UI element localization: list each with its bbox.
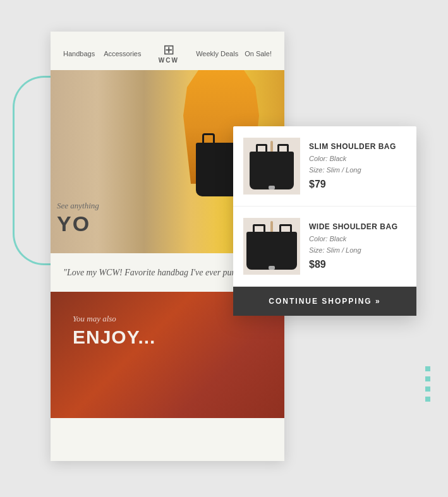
clasp (269, 186, 275, 189)
product-name-1: SLIM SHOULDER BAG (309, 142, 406, 151)
dots-decoration (425, 366, 430, 402)
logo-text: WCW (159, 57, 179, 64)
product-price-1: $79 (309, 179, 406, 190)
product-size-2: Size: Slim / Long (309, 245, 406, 256)
nav-handbags[interactable]: Handbags (63, 50, 95, 57)
nav-weekly-deals[interactable]: Weekly Deals (196, 50, 238, 57)
see-anything-text: See anything (57, 201, 99, 211)
dot-2 (425, 376, 430, 381)
nav-on-sale[interactable]: On Sale! (245, 50, 272, 57)
product-image-2 (243, 218, 300, 275)
nav-left: Handbags Accessories (63, 50, 141, 57)
nav-accessories[interactable]: Accessories (104, 50, 141, 57)
strap-right (277, 144, 289, 153)
basket-icon: ⊞ (163, 43, 174, 57)
bag-handle-hero (202, 133, 215, 145)
strap-right-2 (279, 224, 292, 233)
product-color-2: Color: Black (309, 234, 406, 245)
product-image-1 (243, 138, 300, 195)
product-color-1: Color: Black (309, 153, 406, 165)
dot-1 (425, 366, 430, 371)
product-size-1: Size: Slim / Long (309, 165, 406, 176)
hand (270, 141, 273, 152)
hero-text-overlay: See anything YO (57, 201, 99, 234)
product-info-2: WIDE SHOULDER BAG Color: Black Size: Sli… (309, 222, 406, 270)
strap-left (256, 144, 267, 153)
product-item-2: WIDE SHOULDER BAG Color: Black Size: Sli… (233, 207, 416, 287)
product-price-2: $89 (309, 259, 406, 270)
popup-card: SLIM SHOULDER BAG Color: Black Size: Sli… (233, 126, 416, 316)
hero-title: YO (57, 213, 99, 234)
product-item-1: SLIM SHOULDER BAG Color: Black Size: Sli… (233, 126, 416, 207)
hand-2 (270, 221, 273, 232)
email-header: Handbags Accessories ⊞ WCW Weekly Deals … (51, 32, 284, 70)
bag-main-2 (246, 232, 297, 270)
product-name-2: WIDE SHOULDER BAG (309, 222, 406, 231)
bag-visual-2 (243, 218, 300, 275)
continue-shopping-button[interactable]: CONTINUE SHOPPING » (233, 287, 416, 316)
nav-logo[interactable]: ⊞ WCW (159, 43, 179, 64)
dot-3 (425, 386, 430, 392)
product-info-1: SLIM SHOULDER BAG Color: Black Size: Sli… (309, 142, 406, 190)
clasp-2 (269, 266, 275, 270)
enjoy-title: ENJOY... (73, 326, 262, 348)
bag-visual-1 (243, 138, 300, 195)
strap-left-2 (253, 224, 265, 233)
nav-right: Weekly Deals On Sale! (196, 50, 272, 57)
bag-main (250, 152, 294, 189)
dot-4 (425, 397, 430, 402)
